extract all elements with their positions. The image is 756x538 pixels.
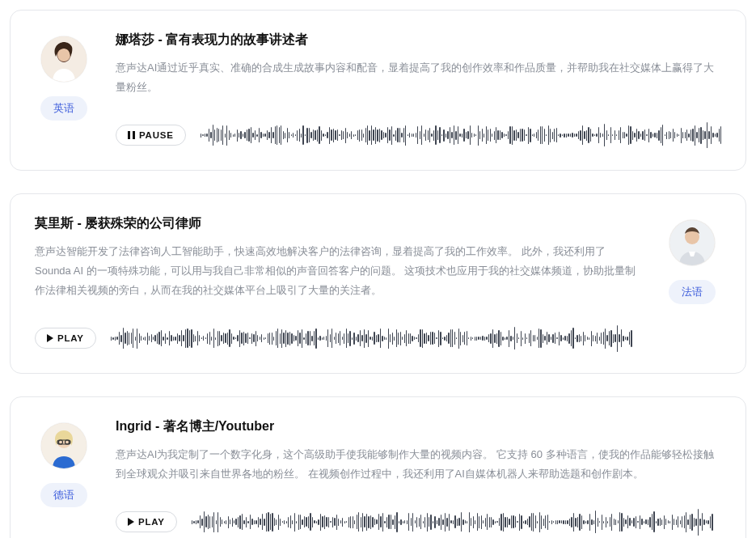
- svg-rect-3: [133, 131, 135, 139]
- card-main: 莫里斯 - 屡获殊荣的公司律师 意声达智能开发了法律咨询人工智能助手，快速高效地…: [35, 215, 640, 352]
- pause-button[interactable]: PAUSE: [116, 125, 186, 146]
- avatar-person-icon: [41, 36, 87, 82]
- card-side: 法语: [663, 215, 721, 304]
- testimonial-title: 娜塔莎 - 富有表现力的故事讲述者: [116, 32, 721, 49]
- audio-player: PAUSE: [116, 121, 721, 149]
- play-button[interactable]: PLAY: [35, 328, 96, 349]
- testimonial-card: 德语 Ingrid - 著名博主/Youtuber 意声达AI为我定制了一个数字…: [10, 396, 746, 538]
- waveform[interactable]: [201, 121, 721, 149]
- testimonial-card: 英语 娜塔莎 - 富有表现力的故事讲述者 意声达AI通过近乎真实、准确的合成生成…: [10, 10, 746, 171]
- play-icon: [128, 518, 134, 526]
- card-main: 娜塔莎 - 富有表现力的故事讲述者 意声达AI通过近乎真实、准确的合成生成故事内…: [116, 32, 721, 149]
- card-main: Ingrid - 著名博主/Youtuber 意声达AI为我定制了一个数字化身，…: [116, 418, 721, 536]
- waveform[interactable]: [111, 324, 640, 352]
- avatar: [41, 423, 87, 468]
- audio-player: PLAY: [35, 324, 640, 352]
- testimonial-title: Ingrid - 著名博主/Youtuber: [116, 418, 721, 435]
- play-icon: [47, 334, 53, 342]
- language-badge: 德语: [40, 483, 87, 507]
- testimonial-description: 意声达智能开发了法律咨询人工智能助手，快速高效地解决客户的法律咨询，显着提高了我…: [35, 242, 640, 300]
- button-label: PLAY: [138, 517, 165, 527]
- svg-rect-2: [128, 131, 130, 139]
- play-button[interactable]: PLAY: [116, 511, 177, 532]
- testimonial-description: 意声达AI为我定制了一个数字化身，这个高级助手使我能够制作大量的视频内容。 它支…: [116, 445, 721, 484]
- avatar-person-icon: [669, 220, 715, 265]
- language-badge: 英语: [40, 96, 87, 121]
- language-badge: 法语: [669, 280, 716, 304]
- audio-player: PLAY: [116, 508, 721, 536]
- testimonial-title: 莫里斯 - 屡获殊荣的公司律师: [35, 215, 640, 232]
- card-side: 德语: [35, 418, 93, 507]
- testimonial-description: 意声达AI通过近乎真实、准确的合成生成故事内容和配音，显着提高了我的创作效率和作…: [116, 58, 721, 97]
- testimonial-card: 法语 莫里斯 - 屡获殊荣的公司律师 意声达智能开发了法律咨询人工智能助手，快速…: [10, 193, 746, 374]
- waveform[interactable]: [192, 508, 721, 536]
- avatar-person-icon: [41, 423, 87, 468]
- avatar: [669, 220, 715, 265]
- pause-icon: [128, 131, 135, 139]
- button-label: PLAY: [57, 333, 84, 343]
- avatar: [41, 36, 87, 82]
- card-side: 英语: [35, 32, 93, 121]
- button-label: PAUSE: [139, 130, 174, 140]
